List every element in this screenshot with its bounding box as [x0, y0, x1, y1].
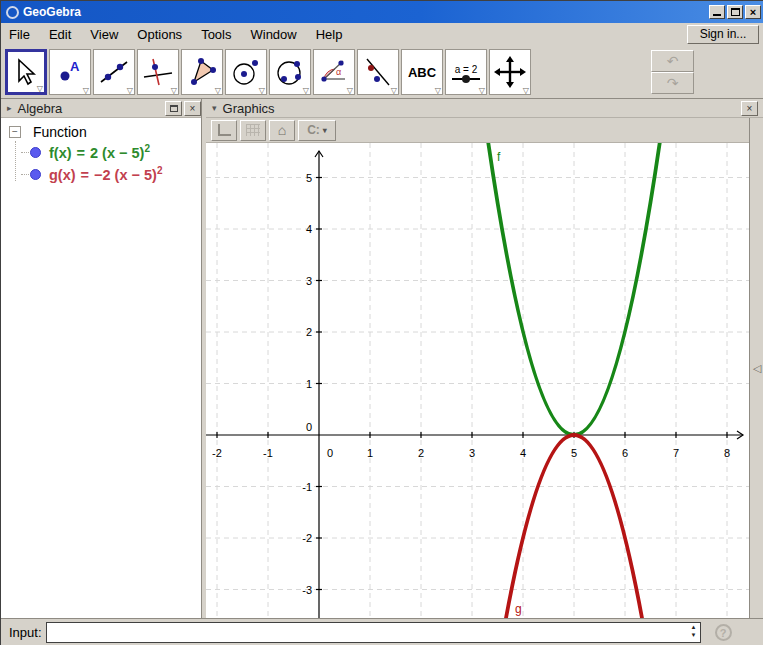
polygon-tool-button[interactable]: ▽	[181, 49, 223, 95]
svg-text:0: 0	[327, 447, 333, 459]
line-tool-button[interactable]: ▽	[93, 49, 135, 95]
sidebar-collapse-strip[interactable]: ◁	[749, 118, 763, 618]
svg-text:-3: -3	[302, 584, 312, 596]
tree-collapse-button[interactable]: −	[9, 126, 21, 138]
svg-text:3: 3	[306, 275, 312, 287]
menu-window[interactable]: Window	[250, 27, 296, 42]
graphics-close-button[interactable]: ×	[741, 101, 758, 116]
svg-text:7: 7	[673, 447, 679, 459]
menu-tools[interactable]: Tools	[201, 27, 231, 42]
graph-plot: -2 -1 0 1 2 3 4 5 6 7 8 5	[206, 143, 749, 619]
perpendicular-line-tool-button[interactable]: ▽	[137, 49, 179, 95]
spinner-up-icon: ▲	[691, 623, 697, 631]
move-tool-button[interactable]: ▽	[5, 49, 47, 95]
grid-icon	[246, 124, 260, 136]
curve-label-g[interactable]: g	[515, 602, 522, 616]
svg-text:0: 0	[306, 421, 312, 433]
visibility-marble-f[interactable]	[30, 147, 41, 158]
point-capturing-label: C:	[307, 123, 320, 137]
algebra-item-g[interactable]: g(x)=−2 (x − 5)2	[21, 163, 201, 185]
algebra-title: Algebra	[18, 101, 63, 116]
svg-text:5: 5	[571, 447, 577, 459]
algebra-undock-button[interactable]	[165, 101, 182, 116]
standard-view-button[interactable]: ⌂	[269, 120, 295, 141]
slider-icon: a = 2	[452, 64, 480, 80]
algebra-tree: − Function f(x)=2 (x − 5)2 g(x)=−2 (x − …	[1, 118, 201, 185]
svg-text:1: 1	[367, 447, 373, 459]
home-icon: ⌂	[278, 123, 286, 137]
algebra-header: ▸ Algebra ×	[1, 99, 201, 118]
command-input[interactable]	[46, 622, 701, 643]
graphics-collapse-icon[interactable]: ▾	[212, 103, 217, 113]
menu-view[interactable]: View	[90, 27, 118, 42]
graphics-title: Graphics	[223, 101, 275, 116]
graphics-canvas[interactable]: -2 -1 0 1 2 3 4 5 6 7 8 5	[206, 142, 749, 618]
text-tool-button[interactable]: ABC ▽	[401, 49, 443, 95]
point-capturing-dropdown[interactable]: C: ▾	[298, 120, 336, 141]
expression-f: f(x)=2 (x − 5)2	[49, 143, 150, 161]
angle-icon: α	[319, 57, 349, 87]
tree-connector	[21, 174, 29, 175]
point-tool-button[interactable]: A ▽	[49, 49, 91, 95]
dropdown-triangle-icon: ▽	[37, 85, 43, 93]
svg-text:A: A	[70, 59, 80, 74]
sign-in-button[interactable]: Sign in...	[687, 25, 759, 44]
slider-tool-button[interactable]: a = 2 ▽	[445, 49, 487, 95]
svg-text:3: 3	[469, 447, 475, 459]
move-view-icon	[494, 56, 526, 88]
title-bar: GeoGebra ×	[1, 1, 763, 23]
dropdown-triangle-icon: ▽	[127, 87, 133, 95]
main-area: ▸ Algebra × − Function f(x)=2 (x − 5)2	[1, 99, 763, 618]
algebra-item-f[interactable]: f(x)=2 (x − 5)2	[21, 141, 201, 163]
redo-button[interactable]: ↷	[651, 72, 694, 94]
undo-button[interactable]: ↶	[651, 50, 694, 72]
input-bar: Input: ▲ ▼ ?	[1, 618, 763, 645]
toggle-axes-button[interactable]	[211, 120, 237, 141]
move-graphics-view-tool-button[interactable]: ▽	[489, 49, 531, 95]
dropdown-triangle-icon: ▽	[391, 87, 397, 95]
minimize-button[interactable]	[709, 5, 725, 19]
geogebra-window: GeoGebra × File Edit View Options Tools …	[0, 0, 763, 645]
maximize-button[interactable]	[727, 5, 743, 19]
undock-icon	[170, 105, 178, 112]
reflect-tool-button[interactable]: ▽	[357, 49, 399, 95]
input-history-spinner[interactable]: ▲ ▼	[691, 623, 697, 640]
reflect-about-line-icon	[363, 57, 393, 87]
menu-edit[interactable]: Edit	[49, 27, 71, 42]
angle-tool-button[interactable]: α ▽	[313, 49, 355, 95]
toggle-grid-button[interactable]	[240, 120, 266, 141]
conic-tool-button[interactable]: ▽	[269, 49, 311, 95]
dropdown-triangle-icon: ▽	[215, 87, 221, 95]
menu-options[interactable]: Options	[137, 27, 182, 42]
collapse-left-icon: ◁	[753, 362, 761, 375]
svg-text:1: 1	[306, 378, 312, 390]
text-tool-icon: ABC	[408, 65, 436, 80]
circle-tool-button[interactable]: ▽	[225, 49, 267, 95]
menu-bar: File Edit View Options Tools Window Help…	[1, 23, 763, 46]
curve-label-f[interactable]: f	[497, 150, 501, 164]
svg-text:6: 6	[622, 447, 628, 459]
grid-lines	[206, 143, 749, 619]
input-help-button[interactable]: ?	[715, 624, 732, 641]
dropdown-triangle-icon: ▽	[479, 87, 485, 95]
y-axis-labels: 5 4 3 2 1 0 -1 -2 -3	[302, 172, 312, 596]
dropdown-triangle-icon: ▽	[83, 87, 89, 95]
svg-text:-2: -2	[302, 532, 312, 544]
menu-help[interactable]: Help	[316, 27, 343, 42]
svg-text:4: 4	[306, 223, 312, 235]
chevron-down-icon: ▾	[323, 126, 327, 135]
algebra-close-button[interactable]: ×	[184, 101, 201, 116]
svg-text:8: 8	[724, 447, 730, 459]
menu-file[interactable]: File	[9, 27, 30, 42]
tree-connector	[21, 152, 29, 153]
svg-text:4: 4	[520, 447, 526, 459]
dropdown-triangle-icon: ▽	[171, 87, 177, 95]
close-button[interactable]: ×	[745, 5, 761, 19]
visibility-marble-g[interactable]	[30, 169, 41, 180]
svg-text:α: α	[336, 67, 341, 77]
dropdown-triangle-icon: ▽	[303, 87, 309, 95]
algebra-collapse-icon[interactable]: ▸	[7, 103, 12, 113]
geogebra-logo-icon	[6, 6, 19, 19]
polygon-icon	[187, 57, 217, 87]
minimize-icon	[713, 14, 721, 16]
